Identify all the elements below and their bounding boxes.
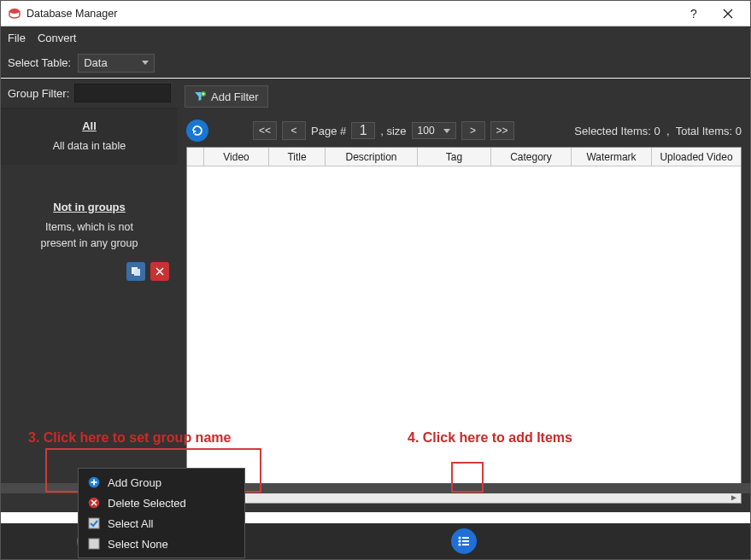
database-manager-window: Database Manager ? File Convert Select T… [0,0,751,560]
col-description[interactable]: Description [326,148,418,166]
checkbox-empty-icon [87,537,101,551]
context-select-all[interactable]: Select All [79,513,244,534]
page-size-dropdown[interactable]: 100 [412,122,456,139]
checkbox-checked-icon [87,516,101,530]
context-add-group[interactable]: Add Group [79,472,244,493]
chevron-down-icon [443,129,450,133]
table-dropdown[interactable]: Data [78,54,155,73]
app-icon [8,7,21,20]
menu-convert[interactable]: Convert [38,32,77,44]
sidebar: Group Filter: All All data in table Not … [1,79,178,512]
titlebar: Database Manager ? [1,1,750,26]
footer-right [178,523,750,559]
col-tag[interactable]: Tag [418,148,491,166]
body: Group Filter: All All data in table Not … [1,79,750,512]
svg-point-0 [9,9,20,14]
funnel-icon [194,90,206,102]
svg-rect-11 [462,537,469,539]
svg-rect-19 [89,539,99,549]
context-delete-selected[interactable]: Delete Selected [79,493,244,513]
svg-point-10 [458,536,461,539]
status-text: Selected Items: 0 , Total Items: 0 [574,125,742,137]
svg-point-12 [458,540,461,542]
select-table-label: Select Table: [8,56,71,69]
first-page-button[interactable]: << [253,121,277,140]
filter-bar: Add Filter [178,79,750,114]
menubar: File Convert [1,26,750,49]
context-delete-selected-label: Delete Selected [108,497,186,510]
group-not-desc2: present in any group [41,237,138,249]
svg-rect-15 [462,544,469,545]
col-watermark[interactable]: Watermark [572,148,652,166]
context-select-none[interactable]: Select None [79,534,244,554]
row-selector-header[interactable] [187,148,204,166]
group-not-title: Not in groups [8,201,171,213]
delete-group-button[interactable] [150,262,169,281]
svg-rect-13 [462,540,469,542]
group-not-desc1: Items, which is not [45,221,133,233]
annotation-step3: 3. Click here to set group name [28,430,231,446]
svg-rect-2 [134,269,140,276]
main: Add Filter << < Page # 1 , size 100 > >> [178,79,750,512]
svg-point-14 [458,543,461,545]
data-table: Video Title Description Tag Category Wat… [186,147,742,504]
pager-bar: << < Page # 1 , size 100 > >> Selected I… [178,114,750,147]
add-filter-button[interactable]: Add Filter [185,85,268,108]
table-dropdown-value: Data [84,56,107,69]
close-button[interactable] [711,2,745,26]
annotation-box-4 [451,462,484,493]
table-header: Video Title Description Tag Category Wat… [187,148,741,166]
select-table-bar: Select Table: Data [1,49,750,78]
group-all-title: All [8,120,171,132]
chevron-down-icon [142,61,149,65]
svg-rect-18 [89,518,99,528]
col-category[interactable]: Category [491,148,572,166]
refresh-button[interactable] [186,120,208,142]
window-title: Database Manager [26,8,677,20]
size-label: , size [380,125,406,137]
add-filter-label: Add Filter [211,90,259,103]
col-video[interactable]: Video [204,148,269,166]
col-uploaded-video[interactable]: Uploaded Video [652,148,741,166]
context-select-none-label: Select None [108,538,168,551]
help-button[interactable]: ? [677,2,711,26]
prev-page-button[interactable]: < [282,121,306,140]
group-all-card[interactable]: All All data in table [1,109,178,165]
delete-circle-icon [87,496,101,510]
last-page-button[interactable]: >> [490,121,514,140]
context-menu: Add Group Delete Selected Select All Sel… [78,468,245,558]
menu-file[interactable]: File [8,32,26,44]
group-filter-label: Group Filter: [8,87,69,100]
context-add-group-label: Add Group [108,476,161,489]
copy-group-button[interactable] [126,262,145,281]
page-size-value: 100 [418,125,435,137]
page-label: Page # [311,125,346,137]
context-select-all-label: Select All [108,517,153,530]
plus-circle-icon [87,475,101,489]
col-title[interactable]: Title [269,148,326,166]
group-filter-input[interactable] [74,84,171,102]
group-all-desc: All data in table [53,140,126,152]
page-number-input[interactable]: 1 [351,122,375,139]
item-menu-button[interactable] [451,528,477,554]
annotation-step4: 4. Click here to add Items [408,430,572,446]
group-not-actions [1,262,178,288]
group-not-card[interactable]: Not in groups Items, which is not presen… [1,190,178,262]
next-page-button[interactable]: > [461,121,485,140]
group-filter-row: Group Filter: [1,79,178,108]
